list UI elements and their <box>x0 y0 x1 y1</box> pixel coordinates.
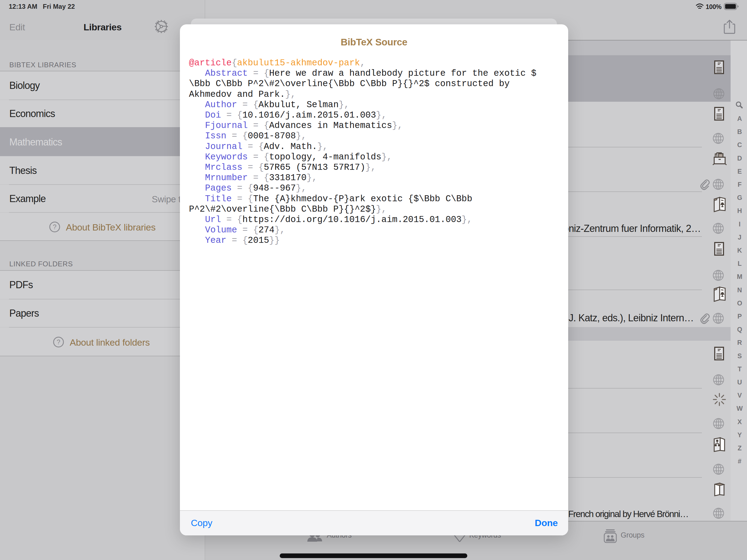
svg-text:?: ? <box>57 338 60 346</box>
svg-text:?: ? <box>53 223 56 230</box>
